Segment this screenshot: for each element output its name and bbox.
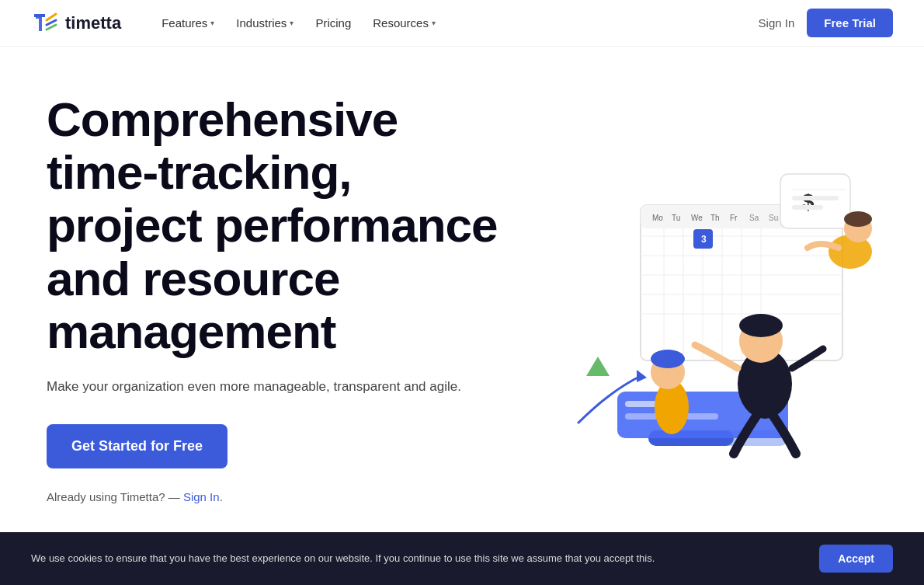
logo[interactable]: timetta	[31, 9, 121, 37]
svg-rect-32	[792, 205, 823, 210]
svg-marker-42	[637, 370, 647, 382]
svg-text:Fr: Fr	[730, 214, 738, 222]
nav-pricing[interactable]: Pricing	[306, 10, 360, 36]
svg-point-38	[739, 314, 783, 337]
nav-actions: Sign In Free Trial	[759, 9, 893, 37]
logo-icon	[31, 9, 59, 37]
nav-resources[interactable]: Resources ▾	[363, 10, 445, 36]
hero-subtitle: Make your organization even more managea…	[47, 377, 512, 397]
hero-title: Comprehensive time-tracking, project per…	[47, 93, 512, 358]
sign-in-link[interactable]: Sign In	[759, 16, 795, 30]
get-started-button[interactable]: Get Started for Free	[47, 424, 228, 468]
svg-text:$: $	[802, 190, 815, 214]
hero-content: Comprehensive time-tracking, project per…	[47, 93, 512, 503]
logo-text: timetta	[65, 13, 121, 33]
svg-text:Th: Th	[710, 214, 720, 222]
svg-point-41	[651, 350, 685, 368]
svg-text:We: We	[691, 214, 703, 222]
free-trial-button[interactable]: Free Trial	[807, 9, 893, 37]
svg-text:3: 3	[701, 234, 707, 245]
svg-text:Sa: Sa	[749, 214, 759, 222]
cookie-bar: We use cookies to ensure that you have t…	[0, 532, 924, 585]
svg-rect-31	[792, 196, 839, 200]
svg-text:Mo: Mo	[652, 214, 663, 222]
hero-svg: Mo Tu We Th Fr Sa Su 3	[516, 127, 889, 469]
hero-section: Comprehensive time-tracking, project per…	[0, 47, 924, 535]
svg-text:Su: Su	[769, 214, 778, 222]
sign-in-link-hero[interactable]: Sign In	[183, 490, 220, 503]
already-using-text: Already using Timetta? — Sign In.	[47, 490, 512, 503]
nav-industries[interactable]: Industries ▾	[227, 10, 303, 36]
navbar: timetta Features ▾ Industries ▾ Pricing …	[0, 0, 924, 47]
cookie-text: We use cookies to ensure that you have t…	[31, 551, 804, 566]
svg-marker-50	[586, 357, 610, 376]
chevron-down-icon: ▾	[432, 19, 436, 27]
hero-illustration: Mo Tu We Th Fr Sa Su 3	[512, 120, 894, 477]
nav-features[interactable]: Features ▾	[152, 10, 224, 36]
chevron-down-icon: ▾	[210, 19, 214, 27]
svg-rect-28	[780, 174, 850, 228]
cookie-accept-button[interactable]: Accept	[819, 545, 893, 573]
svg-point-35	[844, 211, 872, 227]
nav-links: Features ▾ Industries ▾ Pricing Resource…	[152, 10, 758, 36]
chevron-down-icon: ▾	[290, 19, 294, 27]
svg-text:Tu: Tu	[672, 214, 680, 222]
